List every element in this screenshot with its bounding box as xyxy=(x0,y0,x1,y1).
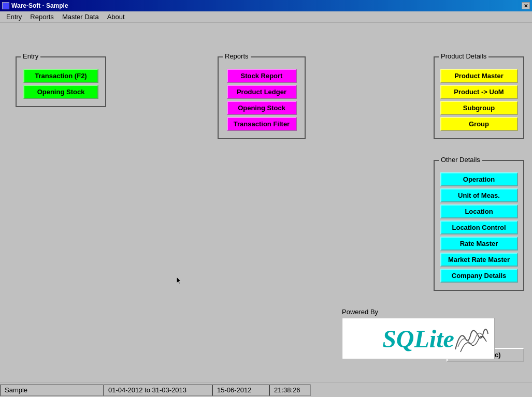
sqlite-logo: SQLite xyxy=(342,318,495,359)
entry-group: Entry Transaction (F2) Opening Stock xyxy=(16,56,106,107)
market-rate-master-button[interactable]: Market Rate Master xyxy=(440,253,518,267)
operation-button[interactable]: Operation xyxy=(440,172,518,186)
product-master-button[interactable]: Product Master xyxy=(440,69,518,83)
mouse-cursor-icon xyxy=(176,276,182,285)
product-details-group: Product Details Product Master Product -… xyxy=(434,56,524,139)
status-date-range: 01-04-2012 to 31-03-2013 xyxy=(104,385,212,396)
menu-about[interactable]: About xyxy=(103,12,129,22)
menu-master-data[interactable]: Master Data xyxy=(58,12,103,22)
status-current-date: 15-06-2012 xyxy=(212,385,269,396)
app-icon xyxy=(2,2,9,9)
rate-master-button[interactable]: Rate Master xyxy=(440,237,518,251)
main-content: Entry Transaction (F2) Opening Stock Rep… xyxy=(0,23,532,383)
subgroup-button[interactable]: Subgroup xyxy=(440,101,518,115)
status-bar: Sample 01-04-2012 to 31-03-2013 15-06-20… xyxy=(0,383,532,397)
status-sample: Sample xyxy=(0,385,104,396)
product-details-title: Product Details xyxy=(439,52,488,60)
other-details-title: Other Details xyxy=(439,156,482,164)
location-button[interactable]: Location xyxy=(440,204,518,218)
menu-reports[interactable]: Reports xyxy=(26,12,58,22)
opening-stock-report-button[interactable]: Opening Stock xyxy=(227,101,297,115)
close-button[interactable]: ✕ xyxy=(522,2,530,9)
other-details-group: Other Details Operation Unit of Meas. Lo… xyxy=(434,160,524,291)
menu-entry[interactable]: Entry xyxy=(2,12,26,22)
reports-group: Reports Stock Report Product Ledger Open… xyxy=(218,56,306,139)
stock-report-button[interactable]: Stock Report xyxy=(227,69,297,83)
unit-of-meas-button[interactable]: Unit of Meas. xyxy=(440,188,518,202)
transaction-filter-button[interactable]: Transaction Filter xyxy=(227,117,297,131)
status-time: 21:38:26 xyxy=(269,385,311,396)
title-bar: Ware-Soft - Sample ✕ xyxy=(0,0,532,11)
powered-by-section: Powered By SQLite xyxy=(342,308,508,359)
menu-bar: Entry Reports Master Data About xyxy=(0,11,532,23)
product-uom-button[interactable]: Product -> UoM xyxy=(440,85,518,99)
location-control-button[interactable]: Location Control xyxy=(440,220,518,234)
transaction-button[interactable]: Transaction (F2) xyxy=(23,69,98,83)
entry-group-title: Entry xyxy=(21,52,40,60)
sqlite-text: SQLite xyxy=(382,325,454,353)
product-ledger-button[interactable]: Product Ledger xyxy=(227,85,297,99)
window-title: Ware-Soft - Sample xyxy=(11,2,68,9)
sqlite-scribble-icon xyxy=(453,324,489,355)
powered-by-label: Powered By xyxy=(342,308,508,316)
reports-group-title: Reports xyxy=(223,52,251,60)
group-button[interactable]: Group xyxy=(440,117,518,131)
opening-stock-entry-button[interactable]: Opening Stock xyxy=(23,85,98,99)
company-details-button[interactable]: Company Details xyxy=(440,269,518,283)
